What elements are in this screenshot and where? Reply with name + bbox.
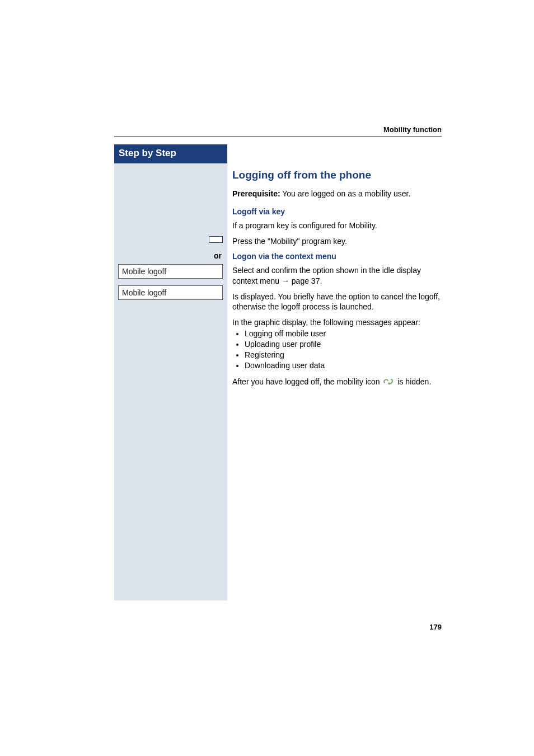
step-sidebar: Step by Step or Mobile logoff Mobile log… — [114, 144, 227, 600]
section-title: Logging off from the phone — [232, 169, 442, 181]
prereq-text: You are logged on as a mobility user. — [280, 189, 411, 198]
header-rule — [114, 137, 442, 137]
sub2-text2: Is displayed. You briefly have the optio… — [232, 292, 442, 312]
prerequisite: Prerequisite: You are logged on as a mob… — [232, 189, 442, 198]
program-key-icon — [209, 236, 223, 243]
sub2-text1-b: page 37. — [289, 276, 322, 285]
arrow-icon: → — [282, 276, 289, 285]
option-mobile-logoff-1: Mobile logoff — [118, 264, 223, 279]
after-a: After you have logged off, the mobility … — [232, 377, 382, 386]
or-label: or — [214, 251, 222, 260]
bullet-item: Registering — [245, 350, 442, 360]
sub2-text3: In the graphic display, the following me… — [232, 317, 442, 327]
header-section: Mobility function — [383, 125, 442, 134]
sub1-text1: If a program key is configured for Mobil… — [232, 220, 442, 231]
prereq-label: Prerequisite: — [232, 189, 280, 198]
sub1-title: Logoff via key — [232, 207, 442, 216]
bullet-item: Downloading user data — [245, 360, 442, 371]
after-b: is hidden. — [397, 377, 431, 386]
sub2-text1: Select and confirm the option shown in t… — [232, 265, 442, 285]
sub1-text2: Press the "Mobility" program key. — [232, 236, 442, 246]
sub2-title: Logon via the context menu — [232, 252, 442, 261]
sidebar-title: Step by Step — [114, 144, 227, 163]
main-content: Logging off from the phone Prerequisite:… — [232, 144, 442, 387]
mobility-icon — [383, 377, 394, 387]
after-logoff: After you have logged off, the mobility … — [232, 377, 442, 387]
sub2-text1-a: Select and confirm the option shown in t… — [232, 266, 421, 285]
message-bullets: Logging off mobile user Uploading user p… — [232, 328, 442, 371]
option-mobile-logoff-2: Mobile logoff — [118, 285, 223, 300]
page-number: 179 — [429, 623, 442, 631]
bullet-item: Uploading user profile — [245, 339, 442, 350]
bullet-item: Logging off mobile user — [245, 328, 442, 339]
